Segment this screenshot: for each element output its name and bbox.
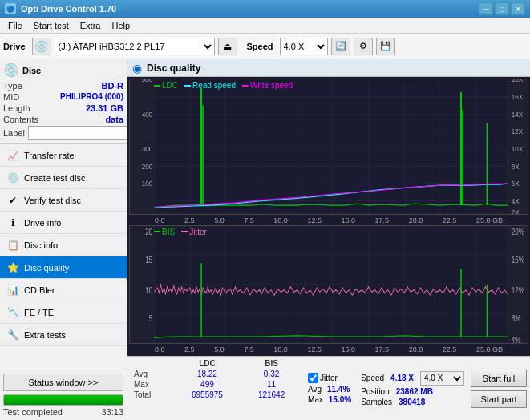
minimize-button[interactable]: ─	[479, 2, 493, 15]
samples-val: 380418	[399, 398, 425, 406]
svg-text:5: 5	[149, 313, 153, 323]
avg-bis: 0.32	[241, 369, 301, 379]
svg-text:12X: 12X	[512, 127, 524, 135]
svg-text:10X: 10X	[512, 145, 524, 153]
nav-label-disc-quality: Disc quality	[24, 263, 69, 273]
total-label: Total	[131, 390, 173, 400]
menu-file[interactable]: File	[3, 19, 27, 32]
col-header-bis: BIS	[241, 358, 301, 369]
transfer-rate-icon: 📈	[6, 149, 19, 162]
jitter-max-label: Max	[308, 395, 323, 404]
settings-button[interactable]: ⚙	[354, 38, 373, 55]
progress-bar	[3, 394, 123, 406]
stats-bar: LDC BIS Avg 18.22 0.32 Max 499	[127, 356, 530, 420]
speed-stat-select[interactable]: 4.0 X	[420, 371, 464, 386]
speed-stat-val: 4.18 X	[390, 374, 414, 382]
title-bar: 🔵 Opti Drive Control 1.70 ─ □ ✕	[0, 0, 530, 18]
status-time: 33:13	[101, 407, 123, 417]
jitter-label: Jitter	[320, 374, 338, 382]
jitter-label: Jitter	[189, 228, 207, 236]
svg-text:6X: 6X	[512, 180, 520, 188]
mid-value: PHILIPRO4 (000)	[60, 92, 123, 102]
jitter-avg-val: 11.4%	[327, 385, 350, 394]
save-button[interactable]: 💾	[376, 38, 395, 55]
menu-help[interactable]: Help	[107, 19, 135, 32]
disc-section: 💿 Disc Type BD-R MID PHILIPRO4 (000) Len…	[0, 59, 127, 144]
legend-read-speed: Read speed	[184, 81, 236, 90]
app-icon: 🔵	[5, 3, 16, 14]
svg-text:10: 10	[145, 285, 152, 294]
bottom-chart-svg: 20 15 10 5 20% 16% 12% 8% 4%	[130, 226, 528, 343]
speed-position-section: Speed 4.18 X 4.0 X Position 23862 MB Sam…	[358, 358, 467, 418]
total-bis: 121642	[241, 390, 301, 400]
fe-te-icon: 📉	[6, 306, 19, 319]
x-axis-labels-bottom: 0.02.55.07.510.012.515.017.520.022.525.0…	[131, 345, 527, 353]
svg-text:4%: 4%	[512, 335, 521, 343]
svg-text:100: 100	[142, 180, 153, 188]
sidebar-item-cd-bler[interactable]: 📊 CD Bler	[0, 279, 127, 301]
legend-bis: BIS	[154, 228, 175, 236]
toolbar: Drive 💿 (J:) ATAPI iHBS312 2 PL17 ⏏ Spee…	[0, 34, 530, 59]
bis-dot	[154, 231, 160, 232]
speed-select[interactable]: 4.0 X	[280, 38, 328, 55]
close-button[interactable]: ✕	[511, 2, 525, 15]
eject-button[interactable]: ⏏	[218, 38, 237, 55]
drive-icon: 💿	[32, 38, 51, 55]
svg-text:16%: 16%	[512, 255, 525, 265]
position-label: Position	[361, 387, 390, 396]
jitter-avg-label: Avg	[308, 385, 322, 394]
start-part-button[interactable]: Start part	[471, 390, 527, 408]
maximize-button[interactable]: □	[495, 2, 509, 15]
jitter-checkbox[interactable]	[308, 373, 318, 383]
ldc-dot	[154, 85, 160, 87]
sidebar-item-drive-info[interactable]: ℹ Drive info	[0, 212, 127, 234]
speed-label: Speed	[247, 42, 273, 51]
samples-label: Samples	[361, 398, 392, 406]
charts-area: LDC Read speed Write speed	[127, 77, 530, 356]
svg-text:12%: 12%	[512, 285, 525, 294]
start-full-button[interactable]: Start full	[471, 370, 527, 387]
start-buttons: Start full Start part	[471, 358, 527, 418]
nav-label-verify-test-disc: Verify test disc	[24, 196, 81, 205]
sidebar-item-fe-te[interactable]: 📉 FE / TE	[0, 301, 127, 324]
svg-text:4X: 4X	[512, 197, 520, 205]
nav-label-drive-info: Drive info	[24, 218, 61, 228]
chart-header-icon: ◉	[132, 62, 142, 75]
svg-text:2X: 2X	[512, 208, 520, 214]
sidebar-item-verify-test-disc[interactable]: ✔ Verify test disc	[0, 189, 127, 212]
bottom-legend: BIS Jitter	[154, 228, 207, 236]
drive-label: Drive	[3, 42, 26, 51]
contents-label: Contents	[3, 115, 38, 124]
svg-text:14X: 14X	[512, 110, 524, 118]
svg-text:300: 300	[142, 145, 153, 153]
sidebar-item-disc-info[interactable]: 📋 Disc info	[0, 234, 127, 256]
avg-label: Avg	[131, 369, 173, 379]
create-test-disc-icon: 💿	[6, 172, 19, 184]
chart-header: ◉ Disc quality	[127, 59, 530, 77]
jitter-max-val: 15.0%	[329, 395, 351, 404]
length-value: 23.31 GB	[86, 103, 123, 113]
menu-start-test[interactable]: Start test	[29, 19, 74, 32]
label-input[interactable]	[28, 126, 144, 140]
svg-text:20: 20	[145, 226, 152, 236]
refresh-button[interactable]: 🔄	[331, 38, 350, 55]
progress-bar-fill	[4, 395, 123, 405]
svg-text:20%: 20%	[512, 226, 525, 236]
top-chart-svg: 500 400 300 200 100 18X 16X 14X 12X 10X …	[130, 79, 528, 214]
type-label: Type	[3, 81, 22, 91]
contents-value: data	[105, 115, 123, 124]
mid-label: MID	[3, 92, 19, 102]
menu-bar: File Start test Extra Help	[0, 18, 530, 34]
top-chart: LDC Read speed Write speed	[129, 79, 528, 215]
drive-select[interactable]: (J:) ATAPI iHBS312 2 PL17	[55, 38, 215, 55]
stats-table: LDC BIS Avg 18.22 0.32 Max 499	[131, 358, 301, 418]
menu-extra[interactable]: Extra	[75, 19, 106, 32]
sidebar-item-extra-tests[interactable]: 🔧 Extra tests	[0, 324, 127, 346]
sidebar-item-transfer-rate[interactable]: 📈 Transfer rate	[0, 144, 127, 167]
sidebar-item-create-test-disc[interactable]: 💿 Create test disc	[0, 167, 127, 189]
status-window-button[interactable]: Status window >>	[3, 374, 123, 391]
sidebar-item-disc-quality[interactable]: ⭐ Disc quality	[0, 256, 127, 279]
svg-text:15: 15	[145, 255, 152, 265]
bottom-chart: BIS Jitter	[129, 225, 528, 344]
svg-text:400: 400	[142, 110, 153, 118]
